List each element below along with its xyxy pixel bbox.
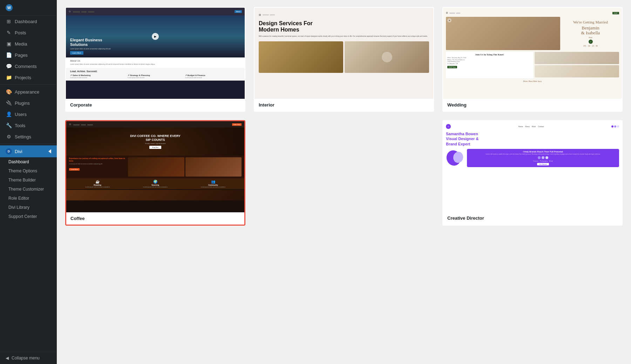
themes-grid: ⊙ Menu Elegant BusinessSolutions Lorem i… — [65, 7, 623, 226]
theme-preview-interior: ⊙ Design Services ForModern Homes With a… — [255, 8, 433, 99]
sub-nav-theme-options[interactable]: Theme Options — [0, 166, 57, 176]
projects-icon: 📁 — [6, 75, 12, 80]
sub-nav-label: Theme Options — [8, 169, 37, 173]
sidebar-item-dashboard[interactable]: ⊞ Dashboard — [0, 16, 57, 27]
divider-2 — [0, 144, 57, 144]
sub-nav-theme-builder[interactable]: Theme Builder — [0, 176, 57, 185]
sidebar-item-settings[interactable]: ⚙ Settings — [0, 131, 57, 142]
sub-nav-label: Divi Library — [8, 205, 29, 210]
theme-label-interior: Interior — [255, 99, 433, 111]
sidebar-item-label: Appearance — [15, 89, 39, 95]
sub-nav-role-editor[interactable]: Role Editor — [0, 194, 57, 203]
wordpress-icon: W — [6, 4, 13, 11]
dashboard-icon: ⊞ — [6, 19, 12, 24]
sidebar: W ⊞ Dashboard ✎ Posts ▣ Media 📄 Pages 💬 … — [0, 0, 57, 364]
settings-icon: ⚙ — [6, 134, 12, 139]
sub-nav-dashboard[interactable]: Dashboard — [0, 157, 57, 166]
collapse-label: Collapse menu — [12, 356, 40, 360]
sidebar-item-label: Comments — [15, 64, 37, 69]
collapse-icon: ◀ — [6, 356, 9, 360]
theme-card-corporate[interactable]: ⊙ Menu Elegant BusinessSolutions Lorem i… — [65, 7, 245, 112]
divi-active-arrow — [48, 149, 51, 153]
sidebar-item-label: Posts — [15, 30, 26, 35]
sidebar-logo: W — [0, 0, 57, 16]
sidebar-item-projects[interactable]: 📁 Projects — [0, 72, 57, 83]
sub-nav-divi-library[interactable]: Divi Library — [0, 203, 57, 212]
sidebar-item-pages[interactable]: 📄 Pages — [0, 49, 57, 61]
sidebar-item-label: Plugins — [15, 101, 30, 106]
theme-preview-wedding: ⊙ RSVP ✦ We're Getting Married Benjamin&… — [443, 8, 622, 99]
sidebar-item-plugins[interactable]: 🔌 Plugins — [0, 97, 57, 109]
media-icon: ▣ — [6, 41, 12, 47]
theme-preview-creative: ⊙ Home About Work Contact Samantha Bowen… — [443, 121, 622, 212]
divi-icon: D — [6, 148, 12, 154]
sidebar-item-label: Pages — [15, 53, 28, 58]
sub-nav-label: Theme Customizer — [8, 187, 44, 192]
theme-label-wedding: Wedding — [443, 99, 622, 111]
sidebar-item-label: Tools — [15, 123, 25, 128]
sub-nav-support-center[interactable]: Support Center — [0, 212, 57, 221]
sidebar-item-comments[interactable]: 💬 Comments — [0, 61, 57, 72]
pages-icon: 📄 — [6, 52, 12, 58]
theme-preview-corporate: ⊙ Menu Elegant BusinessSolutions Lorem i… — [66, 8, 245, 99]
sub-nav-label: Dashboard — [8, 159, 29, 164]
comments-icon: 💬 — [6, 63, 12, 69]
sidebar-item-tools[interactable]: 🔧 Tools — [0, 120, 57, 131]
coffee-header: ⊙ Order Now — [66, 121, 244, 128]
sidebar-item-label: Projects — [15, 75, 31, 80]
sub-nav-theme-customizer[interactable]: Theme Customizer — [0, 185, 57, 194]
empty-slot — [254, 120, 434, 226]
sub-nav-label: Role Editor — [8, 196, 29, 201]
sub-nav-label: Support Center — [8, 214, 37, 219]
users-icon: 👤 — [6, 111, 12, 117]
divider — [0, 84, 57, 85]
sidebar-item-label: Settings — [15, 134, 31, 139]
sidebar-item-divi[interactable]: D Divi — [0, 145, 57, 157]
theme-card-creative-director[interactable]: ⊙ Home About Work Contact Samantha Bowen… — [442, 120, 623, 226]
mock-header: ⊙ Menu — [66, 8, 245, 15]
theme-card-interior[interactable]: ⊙ Design Services ForModern Homes With a… — [254, 7, 434, 112]
theme-card-coffee[interactable]: ⊙ Order Now DIVI COFFEE CO. WHERE EVERYS… — [65, 120, 245, 226]
sidebar-item-label: Users — [15, 112, 27, 117]
posts-icon: ✎ — [6, 30, 12, 35]
appearance-icon: 🎨 — [6, 89, 12, 95]
sidebar-item-posts[interactable]: ✎ Posts — [0, 27, 57, 38]
tools-icon: 🔧 — [6, 123, 12, 128]
collapse-menu-button[interactable]: ◀ Collapse menu — [0, 352, 57, 364]
sidebar-item-appearance[interactable]: 🎨 Appearance — [0, 86, 57, 97]
theme-label-coffee: Coffee — [66, 212, 244, 225]
theme-label-creative-director: Creative Director — [443, 212, 622, 224]
theme-preview-coffee: ⊙ Order Now DIVI COFFEE CO. WHERE EVERYS… — [66, 121, 244, 212]
main-content: ⊙ Menu Elegant BusinessSolutions Lorem i… — [57, 0, 631, 364]
theme-card-wedding[interactable]: ⊙ RSVP ✦ We're Getting Married Benjamin&… — [442, 7, 623, 112]
theme-label-corporate: Corporate — [66, 99, 245, 111]
sidebar-item-label: Dashboard — [15, 19, 37, 24]
sub-nav-label: Theme Builder — [8, 178, 36, 183]
coffee-hero: DIVI COFFEE CO. WHERE EVERYSIP COUNTS Fr… — [66, 128, 244, 156]
plugins-icon: 🔌 — [6, 100, 12, 106]
divi-label: Divi — [15, 149, 22, 154]
sidebar-item-media[interactable]: ▣ Media — [0, 38, 57, 49]
sidebar-item-label: Media — [15, 41, 27, 47]
sidebar-item-users[interactable]: 👤 Users — [0, 109, 57, 120]
